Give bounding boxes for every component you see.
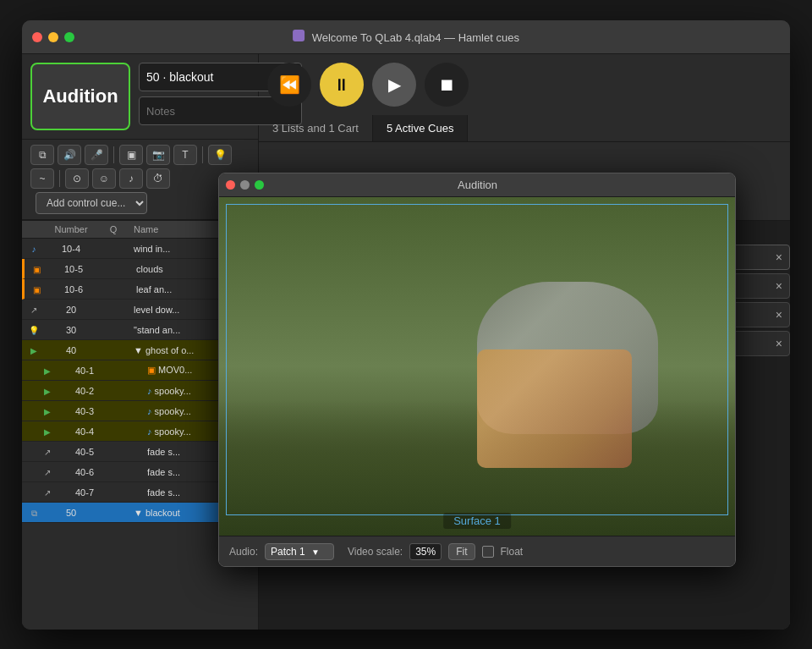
row-play-icon: ▶ [36, 385, 59, 397]
scale-value: 35% [409, 543, 442, 560]
row-number: 40-2 [59, 386, 110, 396]
stop-button[interactable]: ⏹ [425, 63, 469, 107]
row-number: 40-3 [59, 406, 110, 416]
top-controls-area: Audition [22, 54, 258, 140]
row-play-icon: ▶ [22, 344, 46, 356]
close-button[interactable] [32, 32, 42, 42]
row-number: 50 [46, 508, 96, 518]
row-number: 40-6 [59, 467, 110, 477]
active-cue-close-btn[interactable]: × [776, 308, 782, 322]
surface-label: Surface 1 [443, 513, 511, 529]
col-number-header: Number [46, 224, 96, 234]
tab-lists-cart[interactable]: 3 Lists and 1 Cart [259, 115, 373, 141]
active-cue-close-btn[interactable]: × [776, 337, 782, 350]
audition-close-btn[interactable] [226, 180, 235, 190]
separator-1 [113, 146, 114, 163]
fit-button[interactable]: Fit [448, 543, 475, 560]
float-label: Float [501, 546, 524, 558]
video-scale-label: Video scale: [348, 546, 403, 558]
row-number: 20 [46, 305, 96, 315]
pause-button[interactable]: ⏸ [320, 63, 364, 107]
row-play-icon: ▶ [36, 426, 59, 437]
add-control-cue-select[interactable]: Add control cue... [36, 192, 147, 214]
row-number: 40-7 [59, 487, 110, 498]
row-play-icon: ▶ [36, 365, 59, 377]
traffic-lights[interactable] [32, 32, 74, 42]
separator-3 [59, 170, 60, 187]
audition-titlebar: Audition [219, 173, 735, 197]
row-number: 10-4 [46, 244, 96, 254]
row-icon: 💡 [22, 324, 46, 336]
wave-btn[interactable]: ~ [30, 168, 54, 189]
col-q-header: Q [96, 224, 130, 234]
transport-controls: ⏪ ⏸ ▶ ⏹ [259, 54, 790, 115]
audition-video-area: Surface 1 [219, 197, 735, 536]
app-icon [293, 30, 304, 41]
audio-label: Audio: [229, 546, 258, 558]
row-icon: ↗ [36, 487, 59, 498]
row-icon: ↗ [22, 304, 46, 316]
clock-btn[interactable]: ⏱ [146, 168, 170, 189]
camera-btn[interactable]: 📷 [146, 145, 170, 165]
video-btn[interactable]: ▣ [119, 145, 143, 165]
audition-minimize-btn[interactable] [240, 180, 250, 190]
mic-btn[interactable]: 🎤 [85, 145, 108, 165]
titlebar: Welcome To QLab 4.qlab4 — Hamlet cues [22, 20, 790, 54]
maximize-button[interactable] [64, 32, 74, 42]
minimize-button[interactable] [48, 32, 58, 42]
separator-2 [202, 146, 203, 163]
row-number: 40-5 [59, 447, 110, 457]
copy-btn[interactable]: ⧉ [30, 145, 54, 165]
row-icon: ↗ [36, 466, 59, 478]
row-icon: ↗ [36, 446, 59, 458]
row-icon: ⧉ [22, 507, 46, 519]
row-number: 30 [46, 325, 96, 335]
row-number: 40-4 [59, 426, 110, 437]
audition-zoom-btn[interactable] [255, 180, 264, 190]
circle-btn[interactable]: ⊙ [65, 168, 89, 189]
row-number: 40 [46, 345, 96, 355]
row-number: 10-5 [48, 264, 99, 274]
rewind-button[interactable]: ⏪ [267, 63, 311, 107]
row-number: 40-1 [59, 366, 110, 376]
active-cue-close-btn[interactable]: × [776, 250, 782, 264]
row-number: 10-6 [48, 284, 99, 294]
music-btn[interactable]: ♪ [119, 168, 143, 189]
face-btn[interactable]: ☺ [92, 168, 116, 189]
play-button[interactable]: ▶ [372, 63, 416, 107]
tab-active-cues[interactable]: 5 Active Cues [373, 115, 469, 141]
audition-button[interactable]: Audition [30, 63, 130, 130]
float-checkbox[interactable] [482, 546, 494, 558]
text-btn[interactable]: T [173, 145, 197, 165]
active-cue-close-btn[interactable]: × [776, 279, 782, 293]
audition-window-title: Audition [269, 179, 686, 191]
window-title: Welcome To QLab 4.qlab4 — Hamlet cues [293, 30, 519, 44]
audition-window: Audition Surface 1 Audio: Patch 1 [218, 173, 736, 567]
audition-controls-bar: Audio: Patch 1 ▼ Video scale: 35% Fit Fl… [219, 536, 735, 566]
col-icon-header [22, 224, 46, 234]
row-play-icon: ▶ [36, 405, 59, 417]
row-icon: ♪ [22, 243, 46, 255]
light-btn[interactable]: 💡 [208, 145, 232, 165]
row-icon: ▣ [25, 283, 48, 295]
row-icon: ▣ [25, 263, 48, 275]
audio-btn[interactable]: 🔊 [58, 145, 81, 165]
patch-select[interactable]: Patch 1 ▼ [265, 543, 334, 560]
right-tabs-row: 3 Lists and 1 Cart 5 Active Cues [259, 115, 790, 142]
